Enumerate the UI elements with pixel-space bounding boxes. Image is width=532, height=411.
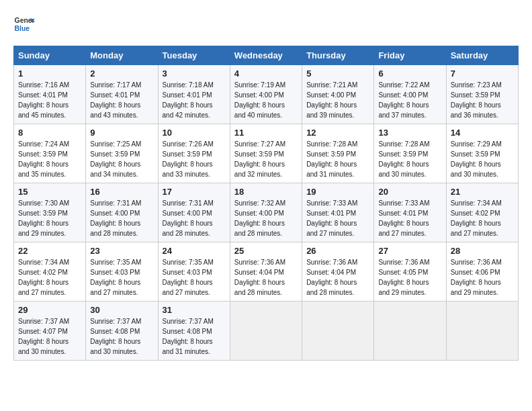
day-number: 20 [378,187,441,197]
cell-info: Sunrise: 7:25 AMSunset: 3:59 PMDaylight:… [90,139,153,179]
calendar-cell [302,302,374,361]
calendar-cell: 5Sunrise: 7:21 AMSunset: 4:00 PMDaylight… [302,65,374,124]
week-row-2: 8Sunrise: 7:24 AMSunset: 3:59 PMDaylight… [14,124,519,183]
logo: General Blue [13,13,35,35]
calendar-cell: 6Sunrise: 7:22 AMSunset: 4:00 PMDaylight… [374,65,446,124]
calendar-cell: 19Sunrise: 7:33 AMSunset: 4:01 PMDayligh… [302,183,374,242]
cell-info: Sunrise: 7:33 AMSunset: 4:01 PMDaylight:… [306,198,369,238]
day-number: 30 [90,305,153,315]
cell-info: Sunrise: 7:36 AMSunset: 4:04 PMDaylight:… [306,257,369,298]
weekday-header-monday: Monday [86,46,158,65]
day-number: 27 [378,246,441,256]
calendar-cell: 15Sunrise: 7:30 AMSunset: 3:59 PMDayligh… [14,183,86,242]
calendar-cell: 20Sunrise: 7:33 AMSunset: 4:01 PMDayligh… [374,183,446,242]
day-number: 15 [18,187,81,197]
weekday-header-saturday: Saturday [446,46,518,65]
day-number: 1 [18,68,81,79]
calendar-cell: 29Sunrise: 7:37 AMSunset: 4:07 PMDayligh… [14,302,86,361]
cell-info: Sunrise: 7:37 AMSunset: 4:08 PMDaylight:… [163,316,226,357]
day-number: 14 [451,128,514,138]
day-number: 12 [306,128,369,138]
cell-info: Sunrise: 7:29 AMSunset: 3:59 PMDaylight:… [451,139,514,179]
day-number: 28 [451,246,514,256]
cell-info: Sunrise: 7:37 AMSunset: 4:08 PMDaylight:… [90,316,153,357]
day-number: 16 [90,187,153,197]
day-number: 24 [163,246,226,256]
calendar-cell: 11Sunrise: 7:27 AMSunset: 3:59 PMDayligh… [230,124,302,183]
calendar-cell: 27Sunrise: 7:36 AMSunset: 4:05 PMDayligh… [374,242,446,302]
weekday-header-sunday: Sunday [14,46,86,65]
cell-info: Sunrise: 7:36 AMSunset: 4:06 PMDaylight:… [451,257,514,298]
calendar-table: SundayMondayTuesdayWednesdayThursdayFrid… [13,46,519,361]
calendar-cell: 21Sunrise: 7:34 AMSunset: 4:02 PMDayligh… [446,183,518,242]
cell-info: Sunrise: 7:22 AMSunset: 4:00 PMDaylight:… [378,80,441,120]
cell-info: Sunrise: 7:23 AMSunset: 3:59 PMDaylight:… [451,80,514,120]
cell-info: Sunrise: 7:24 AMSunset: 3:59 PMDaylight:… [18,139,81,179]
cell-info: Sunrise: 7:34 AMSunset: 4:02 PMDaylight:… [451,198,514,238]
day-number: 3 [163,68,226,79]
calendar-cell [374,302,446,361]
calendar-cell: 13Sunrise: 7:28 AMSunset: 3:59 PMDayligh… [374,124,446,183]
calendar-cell: 7Sunrise: 7:23 AMSunset: 3:59 PMDaylight… [446,65,518,124]
weekday-header-row: SundayMondayTuesdayWednesdayThursdayFrid… [14,46,519,65]
calendar-cell: 22Sunrise: 7:34 AMSunset: 4:02 PMDayligh… [14,242,86,302]
day-number: 9 [90,128,153,138]
calendar-cell: 24Sunrise: 7:35 AMSunset: 4:03 PMDayligh… [158,242,230,302]
cell-info: Sunrise: 7:31 AMSunset: 4:00 PMDaylight:… [90,198,153,238]
week-row-3: 15Sunrise: 7:30 AMSunset: 3:59 PMDayligh… [14,183,519,242]
cell-info: Sunrise: 7:19 AMSunset: 4:00 PMDaylight:… [234,80,298,120]
weekday-header-wednesday: Wednesday [230,46,302,65]
cell-info: Sunrise: 7:27 AMSunset: 3:59 PMDaylight:… [234,139,298,179]
weekday-header-tuesday: Tuesday [158,46,230,65]
cell-info: Sunrise: 7:36 AMSunset: 4:04 PMDaylight:… [234,257,298,298]
svg-text:Blue: Blue [15,25,30,32]
day-number: 26 [306,246,369,256]
calendar-cell [230,302,302,361]
week-row-4: 22Sunrise: 7:34 AMSunset: 4:02 PMDayligh… [14,242,519,302]
cell-info: Sunrise: 7:36 AMSunset: 4:05 PMDaylight:… [378,257,441,298]
day-number: 13 [378,128,441,138]
cell-info: Sunrise: 7:35 AMSunset: 4:03 PMDaylight:… [90,257,153,298]
day-number: 17 [163,187,226,197]
cell-info: Sunrise: 7:35 AMSunset: 4:03 PMDaylight:… [163,257,226,298]
cell-info: Sunrise: 7:28 AMSunset: 3:59 PMDaylight:… [306,139,369,179]
weekday-header-thursday: Thursday [302,46,374,65]
cell-info: Sunrise: 7:37 AMSunset: 4:07 PMDaylight:… [18,316,81,357]
day-number: 4 [234,68,298,79]
calendar-cell: 18Sunrise: 7:32 AMSunset: 4:00 PMDayligh… [230,183,302,242]
day-number: 21 [451,187,514,197]
calendar-cell: 16Sunrise: 7:31 AMSunset: 4:00 PMDayligh… [86,183,158,242]
calendar-cell: 12Sunrise: 7:28 AMSunset: 3:59 PMDayligh… [302,124,374,183]
calendar-cell: 28Sunrise: 7:36 AMSunset: 4:06 PMDayligh… [446,242,518,302]
calendar-cell: 1Sunrise: 7:16 AMSunset: 4:01 PMDaylight… [14,65,86,124]
calendar-cell: 4Sunrise: 7:19 AMSunset: 4:00 PMDaylight… [230,65,302,124]
cell-info: Sunrise: 7:16 AMSunset: 4:01 PMDaylight:… [18,80,81,120]
cell-info: Sunrise: 7:32 AMSunset: 4:00 PMDaylight:… [234,198,298,238]
day-number: 11 [234,128,298,138]
day-number: 10 [163,128,226,138]
calendar-cell: 30Sunrise: 7:37 AMSunset: 4:08 PMDayligh… [86,302,158,361]
week-row-5: 29Sunrise: 7:37 AMSunset: 4:07 PMDayligh… [14,302,519,361]
day-number: 2 [90,68,153,79]
cell-info: Sunrise: 7:34 AMSunset: 4:02 PMDaylight:… [18,257,81,298]
calendar-cell: 2Sunrise: 7:17 AMSunset: 4:01 PMDaylight… [86,65,158,124]
calendar-cell: 25Sunrise: 7:36 AMSunset: 4:04 PMDayligh… [230,242,302,302]
cell-info: Sunrise: 7:33 AMSunset: 4:01 PMDaylight:… [378,198,441,238]
calendar-cell [446,302,518,361]
calendar-cell: 23Sunrise: 7:35 AMSunset: 4:03 PMDayligh… [86,242,158,302]
day-number: 31 [163,305,226,315]
header: General Blue [13,13,519,35]
day-number: 22 [18,246,81,256]
weekday-header-friday: Friday [374,46,446,65]
calendar-cell: 8Sunrise: 7:24 AMSunset: 3:59 PMDaylight… [14,124,86,183]
calendar-cell: 10Sunrise: 7:26 AMSunset: 3:59 PMDayligh… [158,124,230,183]
day-number: 6 [378,68,441,79]
calendar-cell: 3Sunrise: 7:18 AMSunset: 4:01 PMDaylight… [158,65,230,124]
day-number: 19 [306,187,369,197]
day-number: 29 [18,305,81,315]
calendar-cell: 17Sunrise: 7:31 AMSunset: 4:00 PMDayligh… [158,183,230,242]
cell-info: Sunrise: 7:28 AMSunset: 3:59 PMDaylight:… [378,139,441,179]
cell-info: Sunrise: 7:17 AMSunset: 4:01 PMDaylight:… [90,80,153,120]
logo-icon: General Blue [13,13,35,35]
day-number: 8 [18,128,81,138]
